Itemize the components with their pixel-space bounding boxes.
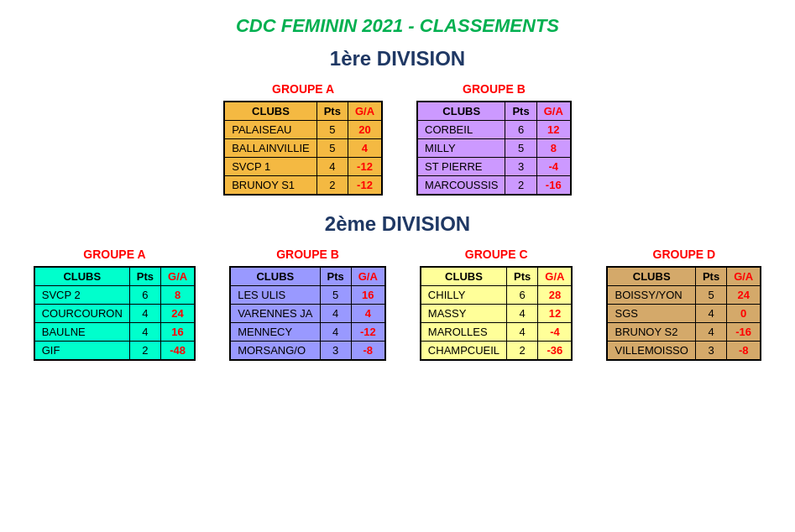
div2-group-a: GROUPE A CLUBS Pts G/A SVCP 268COURCOURO… <box>34 248 196 361</box>
div2d-header-ga: G/A <box>727 267 761 286</box>
cell-ga: -16 <box>536 176 571 196</box>
div2a-header-clubs: CLUBS <box>34 267 130 286</box>
cell-ga: 8 <box>536 139 571 158</box>
table-row: BOISSY/YON524 <box>607 286 761 305</box>
cell-pts: 2 <box>129 342 160 361</box>
div2-group-d: GROUPE D CLUBS Pts G/A BOISSY/YON524SGS4… <box>606 248 761 361</box>
cell-ga: -8 <box>351 342 385 361</box>
cell-ga: 24 <box>727 286 761 305</box>
div1-group-b-table: CLUBS Pts G/A CORBEIL612MILLY58ST PIERRE… <box>416 101 572 196</box>
div2-group-b-table: CLUBS Pts G/A LES ULIS516VARENNES JA44ME… <box>229 266 386 361</box>
cell-club: BAULNE <box>34 323 130 342</box>
div2a-header-ga: G/A <box>161 267 196 286</box>
cell-club: VILLEMOISSO <box>607 342 695 361</box>
cell-pts: 6 <box>507 286 538 305</box>
cell-club: SVCP 1 <box>224 158 316 176</box>
table-row: MASSY412 <box>421 305 573 323</box>
cell-ga: 12 <box>538 305 573 323</box>
div1b-header-ga: G/A <box>536 102 571 121</box>
cell-pts: 6 <box>505 121 536 139</box>
div2-group-d-label: GROUPE D <box>653 248 716 261</box>
div2d-header-pts: Pts <box>695 267 726 286</box>
cell-ga: -4 <box>538 323 573 342</box>
cell-club: MAROLLES <box>421 323 507 342</box>
cell-club: BOISSY/YON <box>607 286 695 305</box>
main-title: CDC FEMININ 2021 - CLASSEMENTS <box>17 15 778 37</box>
cell-club: SGS <box>607 305 695 323</box>
cell-pts: 4 <box>129 305 160 323</box>
table-row: MILLY58 <box>417 139 571 158</box>
table-row: VARENNES JA44 <box>230 305 385 323</box>
cell-ga: -12 <box>351 323 385 342</box>
cell-club: GIF <box>34 342 130 361</box>
table-row: BRUNOY S12-12 <box>224 176 382 196</box>
cell-pts: 4 <box>507 323 538 342</box>
table-row: BALLAINVILLIE54 <box>224 139 382 158</box>
cell-pts: 2 <box>316 176 348 196</box>
div2c-header-pts: Pts <box>507 267 538 286</box>
table-row: ST PIERRE3-4 <box>417 158 571 176</box>
cell-club: MORSANG/O <box>230 342 320 361</box>
cell-club: PALAISEAU <box>224 121 316 139</box>
div2b-header-pts: Pts <box>320 267 351 286</box>
cell-club: MENNECY <box>230 323 320 342</box>
cell-ga: 4 <box>348 139 382 158</box>
cell-ga: 16 <box>351 286 385 305</box>
division2-title: 2ème DIVISION <box>17 212 778 236</box>
cell-pts: 2 <box>505 176 536 196</box>
cell-ga: 16 <box>161 323 196 342</box>
cell-ga: -16 <box>727 323 761 342</box>
cell-club: BRUNOY S1 <box>224 176 316 196</box>
table-row: VILLEMOISSO3-8 <box>607 342 761 361</box>
table-row: CHILLY628 <box>421 286 573 305</box>
table-row: BRUNOY S24-16 <box>607 323 761 342</box>
cell-ga: -36 <box>538 342 573 361</box>
div2a-header-pts: Pts <box>129 267 160 286</box>
cell-pts: 5 <box>695 286 726 305</box>
cell-pts: 2 <box>507 342 538 361</box>
cell-club: MASSY <box>421 305 507 323</box>
div1-group-a-label: GROUPE A <box>272 82 334 96</box>
cell-pts: 4 <box>320 323 351 342</box>
cell-club: BALLAINVILLIE <box>224 139 316 158</box>
div2-group-c: GROUPE C CLUBS Pts G/A CHILLY628MASSY412… <box>420 248 573 361</box>
cell-pts: 3 <box>505 158 536 176</box>
cell-ga: 20 <box>348 121 382 139</box>
div2b-header-clubs: CLUBS <box>230 267 320 286</box>
cell-pts: 4 <box>129 323 160 342</box>
div2b-header-ga: G/A <box>351 267 385 286</box>
table-row: MARCOUSSIS2-16 <box>417 176 571 196</box>
cell-club: CHILLY <box>421 286 507 305</box>
division1-title: 1ère DIVISION <box>17 47 778 70</box>
table-row: MENNECY4-12 <box>230 323 385 342</box>
div1-group-b: GROUPE B CLUBS Pts G/A CORBEIL612MILLY58… <box>416 82 572 196</box>
table-row: BAULNE416 <box>34 323 195 342</box>
cell-pts: 5 <box>316 121 348 139</box>
div1-group-a-table: CLUBS Pts G/A PALAISEAU520BALLAINVILLIE5… <box>223 101 383 196</box>
cell-ga: 0 <box>727 305 761 323</box>
cell-ga: 24 <box>161 305 196 323</box>
table-row: PALAISEAU520 <box>224 121 382 139</box>
cell-club: MILLY <box>417 139 505 158</box>
div1a-header-clubs: CLUBS <box>224 102 316 121</box>
division2-groups: GROUPE A CLUBS Pts G/A SVCP 268COURCOURO… <box>17 248 778 361</box>
table-row: SVCP 14-12 <box>224 158 382 176</box>
cell-ga: 12 <box>536 121 571 139</box>
div1a-header-ga: G/A <box>348 102 382 121</box>
cell-ga: -4 <box>536 158 571 176</box>
cell-pts: 4 <box>316 158 348 176</box>
div1a-header-pts: Pts <box>316 102 348 121</box>
cell-ga: -8 <box>727 342 761 361</box>
cell-club: COURCOURON <box>34 305 130 323</box>
div2-group-d-table: CLUBS Pts G/A BOISSY/YON524SGS40BRUNOY S… <box>606 266 761 361</box>
table-row: SVCP 268 <box>34 286 195 305</box>
cell-club: CORBEIL <box>417 121 505 139</box>
cell-club: CHAMPCUEIL <box>421 342 507 361</box>
div1-group-a: GROUPE A CLUBS Pts G/A PALAISEAU520BALLA… <box>223 82 383 196</box>
table-row: LES ULIS516 <box>230 286 385 305</box>
cell-pts: 4 <box>320 305 351 323</box>
cell-club: BRUNOY S2 <box>607 323 695 342</box>
cell-club: ST PIERRE <box>417 158 505 176</box>
cell-club: SVCP 2 <box>34 286 130 305</box>
division1-groups: GROUPE A CLUBS Pts G/A PALAISEAU520BALLA… <box>17 82 778 196</box>
